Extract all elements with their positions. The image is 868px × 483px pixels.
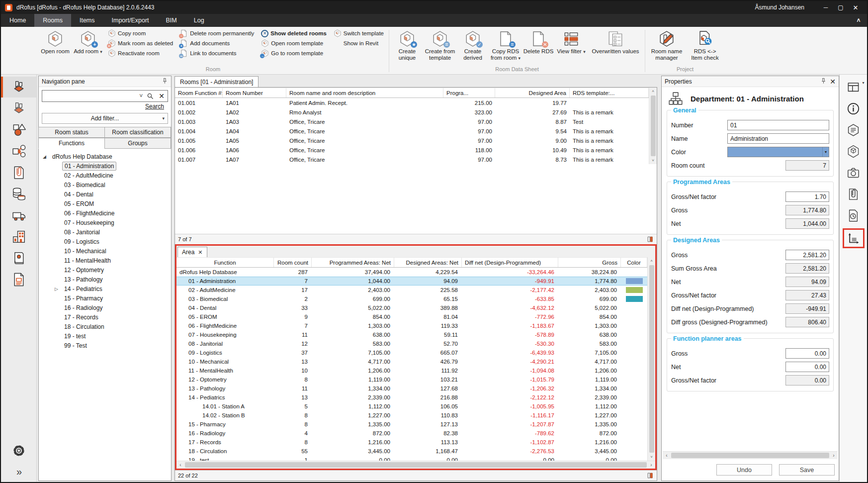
settings-button[interactable] [1,440,36,461]
tree-item[interactable]: 10 - Mechanical [40,246,170,256]
tree-expander-icon[interactable]: ▷ [55,287,62,291]
column-header[interactable]: Designed Areas: Net [394,258,462,267]
tree-item[interactable]: 15 - Pharmacy [40,293,170,303]
add-room-button[interactable]: + Add room ▾ [73,29,103,55]
search-link[interactable]: Search [145,103,164,110]
tree-item[interactable]: 04 - Dental [40,190,170,199]
menu-tab[interactable]: Import/Export [103,14,158,27]
area-row[interactable]: 18 - Circulation 55 3,445.00 1,168.47 -2… [176,447,647,456]
rooms-vertical-scrollbar[interactable]: ˄ ˅ [649,88,657,164]
tree-item[interactable]: 16 - Radiology [40,303,170,312]
numeric-field[interactable]: 806.40 [785,317,829,327]
rds-tab-icon[interactable] [844,121,864,138]
color-picker-field[interactable]: ▾ [727,147,829,157]
menu-tab[interactable]: Items [71,14,103,27]
numeric-field[interactable]: 0.00 [785,348,829,359]
info-tab-icon[interactable] [844,100,864,117]
numeric-field[interactable]: 1,774.80 [785,205,829,215]
tree-item[interactable]: 12 - Optometry [40,265,170,275]
maximize-icon[interactable]: ▢ [833,4,848,11]
link-to-documents-button[interactable]: ∞Link to documents [180,49,254,57]
area-row[interactable]: 04 - Dental 33 5,022.00 389.88 -4,632.12… [176,303,647,312]
tree-item[interactable]: ◢ dRofus Help Database [40,152,170,161]
area-row[interactable]: 07 - Housekeeping 11 638.00 59.11 -578.8… [176,330,647,339]
column-header[interactable]: Room Number [223,88,286,97]
area-row[interactable]: 14.01 - Station A 5 1,112.00 106.05 -1,0… [176,402,647,411]
pin-icon[interactable] [162,78,168,86]
save-button[interactable]: Save [779,464,835,476]
numeric-field[interactable]: -949.91 [785,303,829,314]
sidebar-module-button[interactable] [1,184,36,204]
properties-horizontal-scrollbar[interactable]: ‹ › [663,451,838,459]
menu-tab[interactable]: BIM [158,14,185,27]
reactivate-room-button[interactable]: Reactivate room [108,49,173,57]
tree-item[interactable]: 13 - Pathology [40,275,170,284]
number-field[interactable]: 01 [727,120,829,130]
numeric-field[interactable]: 1.70 [785,192,829,202]
area-row[interactable]: 05 - EROM 9 854.00 81.04 -772.96 854.00 [176,312,647,321]
numeric-field[interactable]: 27.43 [785,290,829,300]
tree-expander-icon[interactable]: ◢ [43,154,50,159]
tree-item[interactable]: 11 - MentalHealth [40,256,170,265]
log-tab-icon[interactable] [844,207,864,224]
expand-sidebar-button[interactable]: » [1,461,36,482]
numeric-field[interactable]: 2,581.20 [785,263,829,274]
column-header[interactable]: Function [176,258,274,267]
area-row[interactable]: 17 - Records 8 1,216.00 113.13 -1,102.87… [176,438,647,447]
name-field[interactable]: Administration [727,133,829,144]
go-to-room-template-button[interactable]: →Go to room template [261,49,326,57]
layout-flag-icon[interactable] [647,472,654,479]
sidebar-module-button[interactable] [1,269,36,290]
area-row[interactable]: 13 - Pathology 11 1,334.00 127.68 -1,206… [176,384,647,393]
area-row[interactable]: 11 - MentalHealth 10 1,206.00 111.92 -1,… [176,366,647,375]
mark-room-deleted-button[interactable]: ✕Mark room as deleted [108,39,173,47]
search-icon[interactable] [145,93,156,99]
copy-rds-from-room-button[interactable]: = Copy RDS from room ▾ [490,29,521,62]
sidebar-module-button[interactable] [1,119,36,140]
navpane-tab[interactable]: Room status [38,127,105,138]
area-vertical-scrollbar[interactable]: ˄ ˅ [647,257,655,461]
column-header[interactable]: Room name and room description [286,88,443,97]
tree-item[interactable]: 05 - EROM [40,199,170,208]
attachments-tab-icon[interactable] [844,186,864,202]
column-header[interactable]: Gross [558,258,621,267]
undo-button[interactable]: Undo [716,464,772,476]
pin-icon[interactable] [820,78,827,86]
column-header[interactable]: Designed Area [495,88,570,97]
area-row[interactable]: 16 - Radiology 4 872.00 82.38 -789.62 87… [176,429,647,438]
navpane-tab[interactable]: Groups [104,138,171,149]
switch-template-button[interactable]: Switch template [334,29,384,37]
sidebar-module-button[interactable] [1,141,36,162]
navpane-tab[interactable]: Room classification [104,127,171,138]
tree-item[interactable]: ▷ 14 - Pediatrics [40,284,170,293]
open-room-template-button[interactable]: Open room template [261,39,326,47]
column-header[interactable]: Diff net (Design-Programmed) [462,258,558,267]
column-header[interactable]: Progra... [443,88,495,97]
view-filter-button[interactable]: View filter ▾ [556,29,587,55]
sidebar-module-button[interactable] [1,98,36,119]
area-tab-icon[interactable] [843,228,865,248]
tree-item[interactable]: 09 - Logistics [40,237,170,246]
rooms-document-tab[interactable]: Rooms [01 - Administration] [174,76,259,87]
numeric-field[interactable]: 1,044.00 [785,218,829,229]
add-filter-button[interactable]: Add filter... ▾ [42,113,168,124]
area-row[interactable]: 03 - Biomedical 2 699.00 65.15 -633.85 6… [176,294,647,303]
tree-item[interactable]: 99 - Test [40,341,170,350]
room-row[interactable]: 01.005 1A05 Office, Tricare 97.00 9.00 T… [175,136,649,145]
area-row[interactable]: 14 - Pediatrics 13 2,339.00 216.88 -2,12… [176,393,647,402]
menu-tab[interactable]: Home [1,14,34,27]
pane-layout-icon[interactable] [844,79,864,96]
sidebar-module-button[interactable] [1,226,36,247]
area-row[interactable]: 15 - Pharmacy 8 1,335.00 127.13 -1,207.8… [176,420,647,429]
tree-item[interactable]: 01 - Administration [40,161,170,171]
tree-item[interactable]: 02 - AdultMedicine [40,171,170,180]
tree-item[interactable]: 18 - Circulation [40,322,170,331]
search-input[interactable]: ˅ ✕ [42,90,168,102]
sidebar-module-button[interactable] [1,162,36,183]
area-row[interactable]: 14.02 - Station B 8 1,227.00 110.83 -1,1… [176,411,647,420]
layout-flag-icon[interactable] [647,236,654,243]
tree-item[interactable]: 19 - test [40,331,170,341]
tree-item[interactable]: 17 - Records [40,312,170,322]
column-header[interactable]: Programmed Areas: Net [312,258,394,267]
room-row[interactable]: 01.006 1A06 Office, Tricare 118.00 10.49… [175,145,649,155]
